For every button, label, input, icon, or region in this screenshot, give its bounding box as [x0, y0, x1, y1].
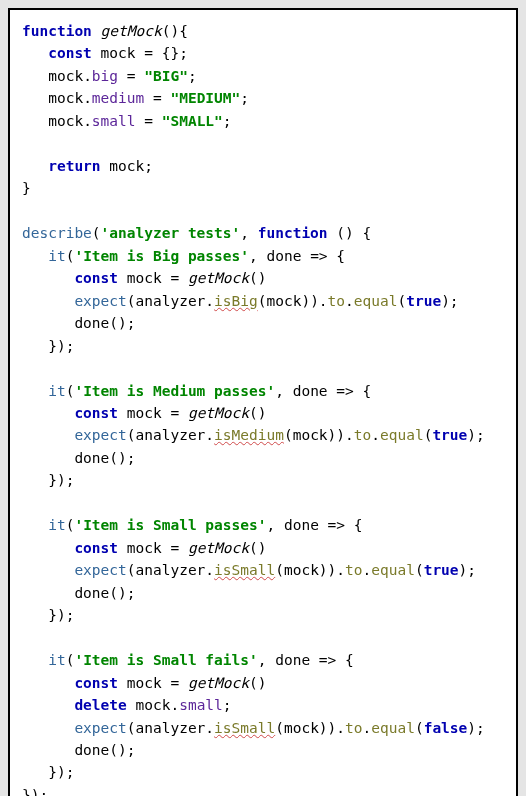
keyword-const: const [48, 45, 92, 61]
keyword-delete: delete [74, 697, 126, 713]
fn-describe: describe [22, 225, 92, 241]
test-2-title: 'Item is Medium passes' [74, 383, 275, 399]
method-isbig: isBig [214, 293, 258, 309]
fn-getmock: getMock [101, 23, 162, 39]
test-3-title: 'Item is Small passes' [74, 517, 266, 533]
method-ismedium: isMedium [214, 427, 284, 443]
test-1-title: 'Item is Big passes' [74, 248, 249, 264]
method-issmall: isSmall [214, 562, 275, 578]
keyword-return: return [48, 158, 100, 174]
keyword-function: function [22, 23, 92, 39]
test-4-title: 'Item is Small fails' [74, 652, 257, 668]
code-content: function getMock(){ const mock = {}; moc… [22, 20, 504, 796]
fn-it: it [48, 248, 65, 264]
describe-title: 'analyzer tests' [101, 225, 241, 241]
code-block: function getMock(){ const mock = {}; moc… [8, 8, 518, 796]
